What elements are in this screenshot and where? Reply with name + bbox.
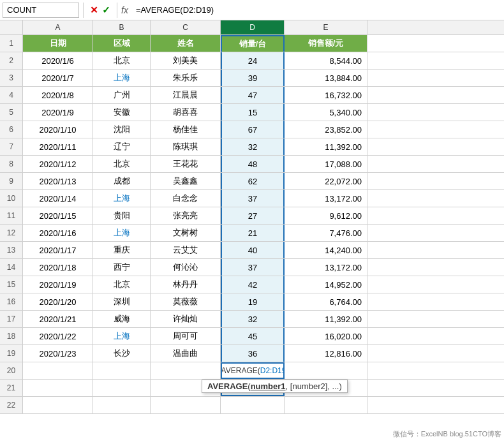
col-header-B[interactable]: B bbox=[93, 20, 151, 34]
cell-A15[interactable]: 2020/1/19 bbox=[23, 276, 93, 293]
cell-C4[interactable]: 江晨晨 bbox=[151, 87, 221, 103]
cell-B10[interactable]: 上海 bbox=[93, 190, 151, 207]
cell-C16[interactable]: 莫薇薇 bbox=[151, 293, 221, 310]
cell-A3[interactable]: 2020/1/7 bbox=[23, 70, 93, 86]
col-header-C[interactable]: C bbox=[151, 20, 221, 34]
cell-A7[interactable]: 2020/1/11 bbox=[23, 138, 93, 155]
cell-A19[interactable]: 2020/1/23 bbox=[23, 345, 93, 362]
cell-A4[interactable]: 2020/1/8 bbox=[23, 87, 93, 103]
cell-E12[interactable]: 7,476.00 bbox=[285, 225, 367, 241]
cell-A20[interactable] bbox=[23, 362, 93, 379]
col-header-A[interactable]: A bbox=[23, 20, 93, 34]
formula-input[interactable] bbox=[133, 4, 501, 16]
cell-D14[interactable]: 37 bbox=[221, 259, 285, 276]
cell-A8[interactable]: 2020/1/12 bbox=[23, 156, 93, 172]
cell-A12[interactable]: 2020/1/16 bbox=[23, 225, 93, 241]
cell-E18[interactable]: 16,020.00 bbox=[285, 328, 367, 344]
cell-E19[interactable]: 12,816.00 bbox=[285, 345, 367, 362]
cell-C18[interactable]: 周可可 bbox=[151, 328, 221, 344]
cell-C8[interactable]: 王花花 bbox=[151, 156, 221, 172]
cell-B20[interactable] bbox=[93, 362, 151, 379]
cell-A11[interactable]: 2020/1/15 bbox=[23, 207, 93, 224]
cell-E13[interactable]: 14,240.00 bbox=[285, 242, 367, 258]
cell-C3[interactable]: 朱乐乐 bbox=[151, 70, 221, 86]
cell-D20[interactable]: =AVERAGE(D2:D19) bbox=[221, 362, 285, 379]
cell-B1[interactable]: 区域 bbox=[93, 35, 151, 52]
cell-C22[interactable] bbox=[151, 397, 221, 413]
cell-E3[interactable]: 13,884.00 bbox=[285, 70, 367, 86]
cell-E22[interactable] bbox=[285, 397, 367, 413]
cell-B17[interactable]: 威海 bbox=[93, 311, 151, 327]
cell-A2[interactable]: 2020/1/6 bbox=[23, 52, 93, 69]
cell-B6[interactable]: 沈阳 bbox=[93, 121, 151, 138]
cell-B21[interactable] bbox=[93, 380, 151, 396]
cell-E1[interactable]: 销售额/元 bbox=[285, 35, 367, 52]
cell-C5[interactable]: 胡喜喜 bbox=[151, 104, 221, 121]
cell-C19[interactable]: 温曲曲 bbox=[151, 345, 221, 362]
cell-E11[interactable]: 9,612.00 bbox=[285, 207, 367, 224]
cell-D3[interactable]: 39 bbox=[221, 70, 285, 86]
cell-E8[interactable]: 17,088.00 bbox=[285, 156, 367, 172]
cell-D1[interactable]: 销量/台 bbox=[221, 35, 285, 52]
cell-E4[interactable]: 16,732.00 bbox=[285, 87, 367, 103]
cell-A16[interactable]: 2020/1/20 bbox=[23, 293, 93, 310]
cell-B5[interactable]: 安徽 bbox=[93, 104, 151, 121]
cell-A6[interactable]: 2020/1/10 bbox=[23, 121, 93, 138]
cell-A14[interactable]: 2020/1/18 bbox=[23, 259, 93, 276]
cell-B12[interactable]: 上海 bbox=[93, 225, 151, 241]
cell-B7[interactable]: 辽宁 bbox=[93, 138, 151, 155]
cell-A21[interactable] bbox=[23, 380, 93, 396]
cell-B2[interactable]: 北京 bbox=[93, 52, 151, 69]
cell-A10[interactable]: 2020/1/14 bbox=[23, 190, 93, 207]
cell-D6[interactable]: 67 bbox=[221, 121, 285, 138]
cell-B18[interactable]: 上海 bbox=[93, 328, 151, 344]
cell-A22[interactable] bbox=[23, 397, 93, 413]
cell-B13[interactable]: 重庆 bbox=[93, 242, 151, 258]
cell-D19[interactable]: 36 bbox=[221, 345, 285, 362]
cell-D4[interactable]: 47 bbox=[221, 87, 285, 103]
cell-D9[interactable]: 62 bbox=[221, 173, 285, 189]
confirm-formula-icon[interactable]: ✓ bbox=[102, 4, 110, 16]
cell-D18[interactable]: 45 bbox=[221, 328, 285, 344]
cell-B9[interactable]: 成都 bbox=[93, 173, 151, 189]
cell-C9[interactable]: 吴鑫鑫 bbox=[151, 173, 221, 189]
cell-B19[interactable]: 长沙 bbox=[93, 345, 151, 362]
cell-B11[interactable]: 贵阳 bbox=[93, 207, 151, 224]
cell-D7[interactable]: 32 bbox=[221, 138, 285, 155]
cell-D13[interactable]: 40 bbox=[221, 242, 285, 258]
cell-E20[interactable] bbox=[285, 362, 367, 379]
cell-C1[interactable]: 姓名 bbox=[151, 35, 221, 52]
cell-D12[interactable]: 21 bbox=[221, 225, 285, 241]
cell-C12[interactable]: 文树树 bbox=[151, 225, 221, 241]
cell-B3[interactable]: 上海 bbox=[93, 70, 151, 86]
cell-E17[interactable]: 11,392.00 bbox=[285, 311, 367, 327]
cell-A17[interactable]: 2020/1/21 bbox=[23, 311, 93, 327]
cell-E9[interactable]: 22,072.00 bbox=[285, 173, 367, 189]
cell-D5[interactable]: 15 bbox=[221, 104, 285, 121]
cell-D15[interactable]: 42 bbox=[221, 276, 285, 293]
cell-C2[interactable]: 刘美美 bbox=[151, 52, 221, 69]
cell-D16[interactable]: 19 bbox=[221, 293, 285, 310]
cell-C6[interactable]: 杨佳佳 bbox=[151, 121, 221, 138]
col-header-D[interactable]: D bbox=[221, 20, 285, 34]
cell-D2[interactable]: 24 bbox=[221, 52, 285, 69]
cell-E6[interactable]: 23,852.00 bbox=[285, 121, 367, 138]
cell-A13[interactable]: 2020/1/17 bbox=[23, 242, 93, 258]
cell-A1[interactable]: 日期 bbox=[23, 35, 93, 52]
cell-C7[interactable]: 陈琪琪 bbox=[151, 138, 221, 155]
cell-B16[interactable]: 深圳 bbox=[93, 293, 151, 310]
cell-B15[interactable]: 北京 bbox=[93, 276, 151, 293]
cell-E14[interactable]: 13,172.00 bbox=[285, 259, 367, 276]
cell-E2[interactable]: 8,544.00 bbox=[285, 52, 367, 69]
cell-D11[interactable]: 27 bbox=[221, 207, 285, 224]
cell-E16[interactable]: 6,764.00 bbox=[285, 293, 367, 310]
cell-B22[interactable] bbox=[93, 397, 151, 413]
cell-E7[interactable]: 11,392.00 bbox=[285, 138, 367, 155]
cell-A18[interactable]: 2020/1/22 bbox=[23, 328, 93, 344]
cancel-formula-icon[interactable]: ✕ bbox=[90, 4, 98, 16]
cell-A9[interactable]: 2020/1/13 bbox=[23, 173, 93, 189]
cell-B14[interactable]: 西宁 bbox=[93, 259, 151, 276]
cell-C15[interactable]: 林丹丹 bbox=[151, 276, 221, 293]
cell-E10[interactable]: 13,172.00 bbox=[285, 190, 367, 207]
cell-C13[interactable]: 云艾艾 bbox=[151, 242, 221, 258]
